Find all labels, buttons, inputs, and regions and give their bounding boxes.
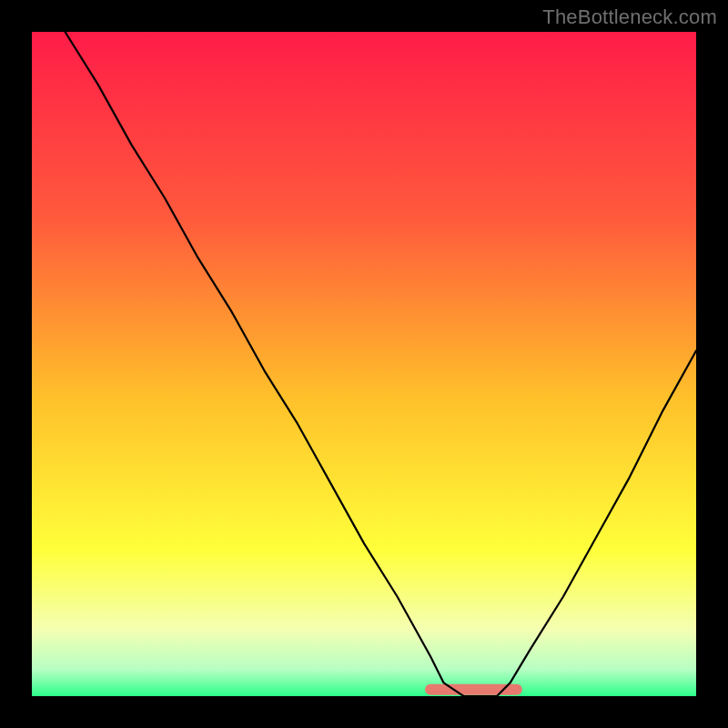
gradient-background (32, 32, 696, 696)
watermark-text: TheBottleneck.com (542, 5, 717, 29)
chart-container: TheBottleneck.com (0, 0, 728, 728)
bottleneck-chart (0, 0, 728, 728)
